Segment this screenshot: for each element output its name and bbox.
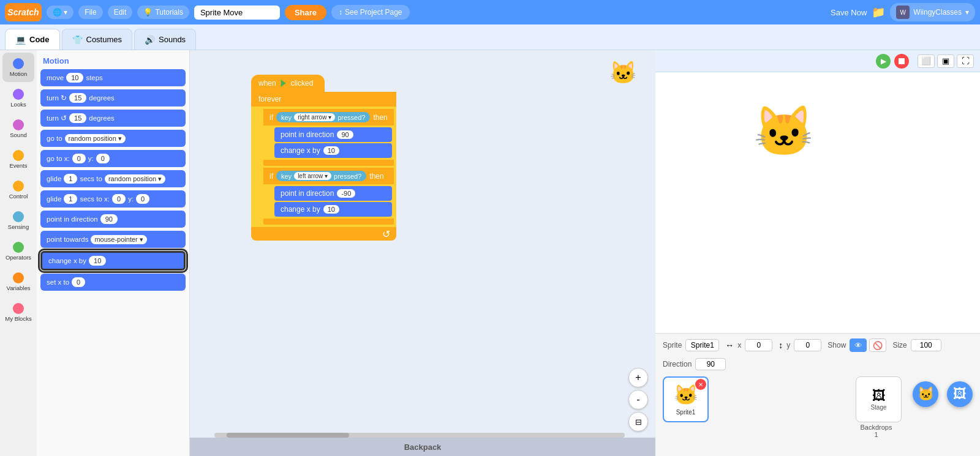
sprite1-icon: 🐱 xyxy=(674,383,698,406)
sound-dot xyxy=(13,119,24,130)
sprite-name-input[interactable] xyxy=(685,339,719,351)
forever-block[interactable]: forever if key right arrow ▾ pressed? xyxy=(251,92,396,241)
category-operators[interactable]: Operators xyxy=(2,236,34,266)
zoom-fit-button[interactable]: ⊟ xyxy=(628,412,648,432)
user-badge[interactable]: W WiingyClasses ▾ xyxy=(890,3,975,21)
left-arrow-dropdown[interactable]: left arrow ▾ xyxy=(294,172,331,180)
category-looks[interactable]: Looks xyxy=(2,83,34,113)
y-arrows-icon: ↕ xyxy=(778,340,783,350)
block-glide2[interactable]: glide 1 secs to x: 0 y: 0 xyxy=(40,190,186,207)
scrollbar-thumb[interactable] xyxy=(227,433,349,438)
red-stop-button[interactable] xyxy=(894,54,909,69)
sprite-list-container: ✕ 🐱 Sprite1 🖼 Stage Backdrops 1 xyxy=(663,376,973,438)
block-change-x[interactable]: change x by 10 xyxy=(40,251,186,271)
block-glide1[interactable]: glide 1 secs to random position ▾ xyxy=(40,170,186,187)
sprite-x-input[interactable] xyxy=(745,339,772,351)
sprite-size-input[interactable] xyxy=(911,339,941,351)
sprite-y-input[interactable] xyxy=(794,339,821,351)
add-sprite-fab[interactable]: 🐱 xyxy=(913,381,938,407)
category-variables[interactable]: Variables xyxy=(2,267,34,296)
folder-button[interactable]: 📁 xyxy=(872,6,885,19)
category-events[interactable]: Events xyxy=(2,144,34,174)
sprite-list-area: ✕ 🐱 Sprite1 xyxy=(663,376,709,422)
horizontal-scrollbar[interactable] xyxy=(214,433,625,438)
tabs-row: 💻 Code 👕 Costumes 🔊 Sounds xyxy=(0,24,980,50)
category-control[interactable]: Control xyxy=(2,175,34,204)
sprite1-label: Sprite1 xyxy=(676,409,696,416)
stage-thumb[interactable]: 🖼 Stage xyxy=(856,376,902,422)
block-set-x[interactable]: set x to 0 xyxy=(40,274,186,291)
tab-code[interactable]: 💻 Code xyxy=(5,29,60,50)
file-menu-button[interactable]: File xyxy=(78,6,102,19)
if-right-body: point in direction 90 change x by 10 xyxy=(263,125,394,160)
save-now-button[interactable]: Save Now xyxy=(831,8,867,17)
green-flag-button[interactable]: ▶ xyxy=(876,54,891,69)
shrink-stage-button[interactable]: ⬜ xyxy=(918,54,935,68)
tab-sounds[interactable]: 🔊 Sounds xyxy=(134,29,196,50)
main-layout: Motion Looks Sound Events Control Sensin… xyxy=(0,50,980,456)
sprite-x-prop: ↔ x xyxy=(725,339,772,351)
category-motion[interactable]: Motion xyxy=(2,53,34,82)
code-area[interactable]: 🐱 when clicked forever xyxy=(190,50,655,456)
view-buttons: ⬜ ▣ ⛶ xyxy=(918,54,974,68)
edit-menu-button[interactable]: Edit xyxy=(108,6,133,19)
block-point-towards[interactable]: point towards mouse-pointer ▾ xyxy=(40,231,186,248)
if-right-block[interactable]: if key right arrow ▾ pressed? then xyxy=(263,109,394,166)
point-dir-neg90-block[interactable]: point in direction -90 xyxy=(274,186,392,201)
tutorials-button[interactable]: 💡 Tutorials xyxy=(137,6,189,19)
sprite-direction-input[interactable] xyxy=(695,358,726,370)
flag-icon xyxy=(280,80,287,87)
categories-panel: Motion Looks Sound Events Control Sensin… xyxy=(0,50,37,456)
block-goto-xy[interactable]: go to x: 0 y: 0 xyxy=(40,150,186,167)
size-prop: Size xyxy=(892,339,941,351)
sprite-panel: Sprite ↔ x ↕ y Show 👁 🚫 xyxy=(655,334,980,456)
user-avatar: W xyxy=(896,6,910,19)
if-right-bottom xyxy=(263,160,394,166)
sensing-dot xyxy=(13,211,24,222)
stage-canvas: 🐱 xyxy=(655,72,980,333)
tab-costumes[interactable]: 👕 Costumes xyxy=(62,29,133,50)
block-turn-cw[interactable]: turn ↻ 15 degrees xyxy=(40,89,186,107)
zoom-out-button[interactable]: - xyxy=(628,390,648,409)
scratch-cat-sprite: 🐱 xyxy=(753,103,815,160)
share-button[interactable]: Share xyxy=(285,5,326,20)
if-right-top: if key right arrow ▾ pressed? then xyxy=(263,109,394,125)
point-dir-90-block[interactable]: point in direction 90 xyxy=(274,127,392,142)
right-panel: ▶ ⬜ ▣ ⛶ 🐱 Sprite xyxy=(655,50,980,456)
category-myblocks[interactable]: My Blocks xyxy=(2,297,34,327)
stop-icon xyxy=(899,58,905,64)
show-visible-button[interactable]: 👁 xyxy=(850,338,867,352)
scratch-logo[interactable]: Scratch xyxy=(5,3,42,21)
category-sensing[interactable]: Sensing xyxy=(2,206,34,235)
if-left-block[interactable]: if key left arrow ▾ pressed? then xyxy=(263,168,394,225)
block-move[interactable]: move 10 steps xyxy=(40,69,186,86)
forever-body: if key right arrow ▾ pressed? then xyxy=(251,107,396,227)
variables-dot xyxy=(13,272,24,283)
when-flag-hat[interactable]: when clicked xyxy=(251,75,325,92)
fullscreen-button[interactable]: ⛶ xyxy=(957,54,974,68)
normal-stage-button[interactable]: ▣ xyxy=(937,54,954,68)
globe-button[interactable]: 🌐 ▾ xyxy=(47,6,74,19)
myblocks-dot xyxy=(13,303,24,314)
block-direction[interactable]: point in direction 90 xyxy=(40,211,186,228)
change-x-10-block[interactable]: change x by 10 xyxy=(274,143,392,158)
motion-dot xyxy=(13,58,24,69)
category-sound[interactable]: Sound xyxy=(2,114,34,143)
see-project-button[interactable]: ↕ See Project Page xyxy=(331,5,409,20)
block-turn-ccw[interactable]: turn ↺ 15 degrees xyxy=(40,110,186,127)
add-backdrop-fab[interactable]: 🖼 xyxy=(947,381,973,407)
show-hidden-button[interactable]: 🚫 xyxy=(869,338,886,352)
top-nav: Scratch 🌐 ▾ File Edit 💡 Tutorials Share … xyxy=(0,0,980,24)
change-x-10b-block[interactable]: change x by 10 xyxy=(274,202,392,217)
right-arrow-dropdown[interactable]: right arrow ▾ xyxy=(294,113,335,121)
sprite-props-row: Sprite ↔ x ↕ y Show 👁 🚫 xyxy=(663,338,973,370)
zoom-in-button[interactable]: + xyxy=(628,368,648,387)
sprite1-delete-button[interactable]: ✕ xyxy=(695,379,706,390)
block-goto[interactable]: go to random position ▾ xyxy=(40,130,186,147)
sprite1-thumb[interactable]: ✕ 🐱 Sprite1 xyxy=(663,376,709,422)
direction-prop: Direction xyxy=(663,358,726,370)
backpack-bar[interactable]: Backpack xyxy=(190,438,655,456)
project-name-input[interactable] xyxy=(194,6,280,20)
zoom-controls: + - ⊟ xyxy=(628,368,648,432)
code-blocks-group: when clicked forever if xyxy=(251,75,396,241)
